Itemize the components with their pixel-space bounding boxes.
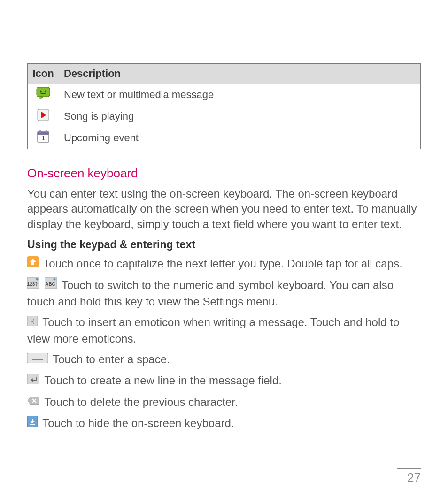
calendar-icon: 1 <box>37 130 49 146</box>
svg-text:123?: 123? <box>27 282 38 287</box>
entry-emoticon: :-) Touch to insert an emoticon when wri… <box>27 314 421 347</box>
cell-description: Upcoming event <box>59 127 421 149</box>
entry-text: Touch to enter a space. <box>53 353 170 366</box>
svg-rect-18 <box>27 353 48 363</box>
numeric-key-icon: 123? <box>27 277 39 293</box>
emoticon-key-icon: :-) <box>27 314 38 330</box>
entry-text: Touch to delete the previous character. <box>44 396 238 408</box>
svg-rect-6 <box>39 130 41 133</box>
entry-newline: Touch to create a new line in the messag… <box>27 373 421 389</box>
svg-text:1: 1 <box>42 135 45 142</box>
subheading: Using the keypad & entering text <box>27 238 421 251</box>
entry-text: Touch to switch to the numeric and symbo… <box>27 279 394 308</box>
page-number: 27 <box>397 468 421 485</box>
icon-description-table: Icon Description Ne <box>27 63 421 149</box>
hide-keyboard-icon <box>27 415 38 431</box>
enter-key-icon <box>27 373 39 389</box>
table-row: Song is playing <box>28 106 421 127</box>
section-heading: On-screen keyboard <box>27 166 421 181</box>
entry-hide: Touch to hide the on-screen keyboard. <box>27 415 421 432</box>
delete-key-icon <box>27 394 39 410</box>
entry-text: Touch to hide the on-screen keyboard. <box>42 417 234 429</box>
svg-point-14 <box>53 278 55 281</box>
cell-description: Song is playing <box>59 106 421 127</box>
play-icon <box>37 109 49 124</box>
svg-point-2 <box>45 90 46 92</box>
table-row: New text or multimedia message <box>28 84 421 106</box>
cell-description: New text or multimedia message <box>59 84 421 106</box>
entry-text: Touch once to capitalize the next letter… <box>43 257 402 270</box>
svg-rect-7 <box>46 130 47 133</box>
svg-rect-19 <box>27 374 39 384</box>
svg-text::-): :-) <box>30 319 34 324</box>
svg-point-11 <box>36 278 39 281</box>
shift-key-icon <box>27 256 39 272</box>
svg-text:ABC: ABC <box>45 282 55 287</box>
entry-delete: Touch to delete the previous character. <box>27 394 421 411</box>
abc-key-icon: ABC <box>45 277 57 293</box>
svg-rect-0 <box>37 87 50 97</box>
table-row: 1 Upcoming event <box>28 127 421 149</box>
entry-space: Touch to enter a space. <box>27 351 421 368</box>
entry-shift: Touch once to capitalize the next letter… <box>27 256 421 272</box>
col-header-icon: Icon <box>28 64 59 84</box>
svg-point-1 <box>40 90 41 92</box>
entry-text: Touch to create a new line in the messag… <box>44 374 282 387</box>
space-key-icon <box>27 351 48 367</box>
col-header-description: Description <box>59 64 421 84</box>
intro-paragraph: You can enter text using the on-screen k… <box>27 186 421 232</box>
entry-numeric: 123? ABC Touch to switch to the numeric … <box>27 277 421 310</box>
entry-text: Touch to insert an emoticon when writing… <box>27 316 399 345</box>
svg-rect-5 <box>38 132 49 135</box>
message-icon <box>36 87 50 103</box>
